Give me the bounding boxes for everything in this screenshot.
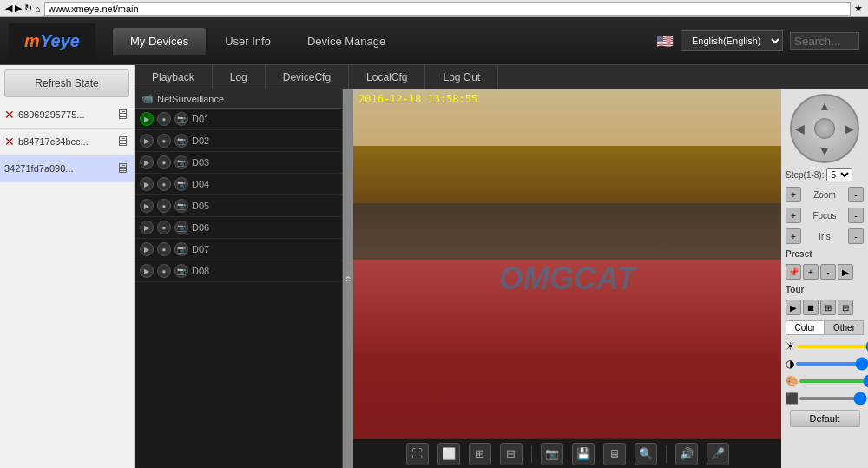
device-item[interactable]: ✕ b84717c34bcc... 🖥 bbox=[0, 129, 134, 155]
device-item[interactable]: ✕ 68969295775... 🖥 bbox=[0, 102, 134, 129]
camera-item-d06[interactable]: ▶ ● 📷 D06 bbox=[135, 217, 342, 239]
forward-icon[interactable]: ▶ bbox=[15, 3, 22, 14]
header-right: 🇺🇸 English(English) bbox=[656, 30, 859, 51]
cam-label: D08 bbox=[192, 266, 337, 276]
search-input[interactable] bbox=[790, 32, 859, 50]
local-cfg-btn[interactable]: 🖥 bbox=[603, 443, 626, 465]
ptz-left-arrow[interactable]: ◀ bbox=[795, 122, 805, 135]
color-tabs: Color Other bbox=[786, 320, 864, 335]
quad-view-btn[interactable]: ⊞ bbox=[469, 443, 491, 465]
cam-record-btn[interactable]: ● bbox=[157, 134, 171, 148]
cam-play-btn[interactable]: ▶ bbox=[140, 112, 154, 126]
multi-view-btn[interactable]: ⊟ bbox=[500, 443, 523, 465]
camera-item-d01[interactable]: ▶ ● 📷 D01 bbox=[135, 109, 342, 130]
cam-play-btn[interactable]: ▶ bbox=[140, 199, 154, 213]
cam-record-btn[interactable]: ● bbox=[157, 199, 171, 213]
url-bar[interactable] bbox=[44, 2, 851, 16]
preset-btn4[interactable]: ▶ bbox=[838, 264, 853, 280]
step-label: Step(1-8): bbox=[786, 170, 824, 180]
other-tab[interactable]: Other bbox=[825, 320, 864, 335]
subnav-local-cfg[interactable]: LocalCfg bbox=[349, 65, 425, 89]
ptz-up-arrow[interactable]: ▲ bbox=[819, 99, 831, 113]
video-area: OMGCAT 2016-12-18 13:58:55 ⛶ ⬜ ⊞ ⊟ 📷 💾 🖥… bbox=[353, 89, 781, 468]
cam-snapshot-btn[interactable]: 📷 bbox=[174, 264, 188, 278]
hue-slider[interactable] bbox=[799, 379, 868, 383]
color-tab[interactable]: Color bbox=[786, 320, 825, 335]
camera-item-d08[interactable]: ▶ ● 📷 D08 bbox=[135, 260, 342, 282]
tour-btn3[interactable]: ⊞ bbox=[820, 300, 836, 315]
camera-item-d02[interactable]: ▶ ● 📷 D02 bbox=[135, 130, 342, 152]
audio-btn[interactable]: 🔊 bbox=[675, 443, 698, 465]
focus-minus-btn[interactable]: - bbox=[848, 208, 864, 223]
logo-text: mYeye bbox=[24, 31, 80, 51]
cam-play-btn[interactable]: ▶ bbox=[140, 177, 154, 191]
focus-plus-btn[interactable]: + bbox=[786, 208, 801, 223]
cam-play-btn[interactable]: ▶ bbox=[140, 264, 154, 278]
cam-play-btn[interactable]: ▶ bbox=[140, 221, 154, 234]
preset-btn2[interactable]: + bbox=[803, 264, 819, 280]
device-item[interactable]: 34271fd7a090... 🖥 bbox=[0, 155, 134, 182]
brightness-slider[interactable] bbox=[797, 345, 868, 348]
cam-snapshot-btn[interactable]: 📷 bbox=[174, 155, 188, 169]
tour-btn4[interactable]: ⊟ bbox=[838, 300, 853, 315]
back-icon[interactable]: ◀ bbox=[5, 3, 12, 14]
subnav-playback[interactable]: Playback bbox=[135, 65, 213, 89]
ptz-down-arrow[interactable]: ▼ bbox=[819, 144, 831, 158]
cam-snapshot-btn[interactable]: 📷 bbox=[174, 112, 188, 126]
fullscreen-btn[interactable]: ⛶ bbox=[406, 443, 429, 465]
preset-btn3[interactable]: - bbox=[820, 264, 836, 280]
tab-my-devices[interactable]: My Devices bbox=[113, 28, 206, 55]
cam-play-btn[interactable]: ▶ bbox=[140, 242, 154, 256]
collapse-panel-btn[interactable]: ‹‹ bbox=[343, 89, 353, 468]
single-view-btn[interactable]: ⬜ bbox=[437, 443, 460, 465]
tab-user-info[interactable]: User Info bbox=[207, 28, 288, 55]
cam-snapshot-btn[interactable]: 📷 bbox=[174, 134, 188, 148]
default-button[interactable]: Default bbox=[790, 410, 860, 427]
ptz-panel: ▲ ▼ ◀ ▶ Step(1-8): 5 bbox=[781, 89, 868, 468]
camera-item-d03[interactable]: ▶ ● 📷 D03 bbox=[135, 152, 342, 174]
refresh-state-button[interactable]: Refresh State bbox=[4, 69, 129, 97]
bookmark-icon[interactable]: ★ bbox=[854, 3, 863, 14]
record-btn[interactable]: 💾 bbox=[572, 443, 595, 465]
iris-plus-btn[interactable]: + bbox=[786, 228, 801, 244]
cam-label: D07 bbox=[192, 244, 337, 254]
cam-snapshot-btn[interactable]: 📷 bbox=[174, 242, 188, 256]
zoom-minus-btn[interactable]: - bbox=[848, 187, 864, 202]
reload-icon[interactable]: ↻ bbox=[24, 3, 32, 14]
cam-snapshot-btn[interactable]: 📷 bbox=[174, 221, 188, 234]
cam-record-btn[interactable]: ● bbox=[157, 155, 171, 169]
camera-item-d05[interactable]: ▶ ● 📷 D05 bbox=[135, 195, 342, 217]
camera-item-d04[interactable]: ▶ ● 📷 D04 bbox=[135, 174, 342, 195]
preset-btn1[interactable]: 📌 bbox=[786, 264, 801, 280]
cam-record-btn[interactable]: ● bbox=[157, 112, 171, 126]
cam-play-btn[interactable]: ▶ bbox=[140, 155, 154, 169]
zoom-plus-btn[interactable]: + bbox=[786, 187, 801, 202]
subnav-log-out[interactable]: Log Out bbox=[425, 65, 498, 89]
zoom-btn[interactable]: 🔍 bbox=[635, 443, 657, 465]
subnav-device-cfg[interactable]: DeviceCfg bbox=[266, 65, 349, 89]
saturation-slider[interactable] bbox=[799, 397, 868, 400]
cam-label: D04 bbox=[192, 179, 337, 189]
iris-minus-btn[interactable]: - bbox=[848, 228, 864, 244]
tour-btn2[interactable]: ⏹ bbox=[803, 300, 819, 315]
ptz-right-arrow[interactable]: ▶ bbox=[845, 122, 854, 135]
tour-btn1[interactable]: ▶ bbox=[786, 300, 801, 315]
subnav-log[interactable]: Log bbox=[213, 65, 266, 89]
cam-record-btn[interactable]: ● bbox=[157, 264, 171, 278]
camera-item-d07[interactable]: ▶ ● 📷 D07 bbox=[135, 239, 342, 260]
cam-record-btn[interactable]: ● bbox=[157, 242, 171, 256]
ptz-joystick[interactable]: ▲ ▼ ◀ ▶ bbox=[790, 94, 859, 163]
tab-device-manage[interactable]: Device Manage bbox=[290, 28, 403, 55]
talk-btn[interactable]: 🎤 bbox=[707, 443, 729, 465]
contrast-slider[interactable] bbox=[796, 362, 868, 366]
cam-record-btn[interactable]: ● bbox=[157, 177, 171, 191]
cam-record-btn[interactable]: ● bbox=[157, 221, 171, 234]
snapshot-btn[interactable]: 📷 bbox=[541, 443, 563, 465]
cam-play-btn[interactable]: ▶ bbox=[140, 134, 154, 148]
ptz-focus-row: + Focus - bbox=[786, 208, 864, 223]
language-select[interactable]: English(English) bbox=[681, 30, 783, 51]
cam-snapshot-btn[interactable]: 📷 bbox=[174, 177, 188, 191]
home-icon[interactable]: ⌂ bbox=[35, 3, 41, 14]
step-select[interactable]: 5 bbox=[826, 168, 852, 181]
cam-snapshot-btn[interactable]: 📷 bbox=[174, 199, 188, 213]
